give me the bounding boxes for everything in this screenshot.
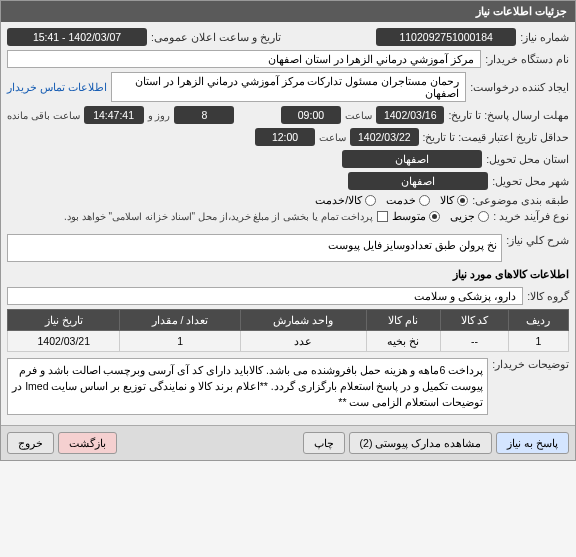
buy-type-label: نوع فرآیند خرید : xyxy=(493,210,569,222)
radio-icon xyxy=(429,211,440,222)
payment-note: پرداخت تمام یا بخشی از مبلغ خرید،از محل … xyxy=(64,211,373,222)
radio-medium[interactable]: متوسط xyxy=(392,210,440,222)
desc-label: شرح کلي نیاز: xyxy=(506,234,569,246)
radio-icon xyxy=(419,195,430,206)
radio-service-label: خدمت xyxy=(386,194,416,206)
days-count: 8 xyxy=(174,106,234,124)
footer-bar: پاسخ به نیاز مشاهده مدارک پیوستی (2) چاپ… xyxy=(1,425,575,460)
radio-partial[interactable]: جزیی xyxy=(450,210,489,222)
td-unit: عدد xyxy=(240,331,366,352)
deadline-time: 09:00 xyxy=(281,106,341,124)
td-date: 1402/03/21 xyxy=(8,331,120,352)
credit-date: 1402/03/22 xyxy=(350,128,419,146)
td-code: -- xyxy=(441,331,508,352)
remain-label: ساعت باقی مانده xyxy=(7,110,80,121)
goods-table: ردیف کد کالا نام کالا واحد شمارش تعداد /… xyxy=(7,309,569,352)
radio-partial-label: جزیی xyxy=(450,210,475,222)
td-qty: 1 xyxy=(120,331,240,352)
th-qty: تعداد / مقدار xyxy=(120,310,240,331)
credit-label: حداقل تاریخ اعتبار قیمت: تا تاریخ: xyxy=(423,131,569,143)
panel-header: جزئیات اطلاعات نیاز xyxy=(1,1,575,22)
radio-icon xyxy=(365,195,376,206)
attachments-button[interactable]: مشاهده مدارک پیوستی (2) xyxy=(349,432,493,454)
category-radio-group: کالا خدمت کالا/خدمت xyxy=(315,194,468,206)
city-label: شهر محل تحویل: xyxy=(492,175,569,187)
radio-goods-label: کالا xyxy=(440,194,454,206)
radio-icon xyxy=(478,211,489,222)
th-code: کد کالا xyxy=(441,310,508,331)
radio-medium-label: متوسط xyxy=(392,210,426,222)
reply-button[interactable]: پاسخ به نیاز xyxy=(496,432,569,454)
buyer-label: نام دستگاه خریدار: xyxy=(485,53,569,65)
time-label-2: ساعت xyxy=(319,132,346,143)
td-row: 1 xyxy=(508,331,568,352)
days-label: روز و xyxy=(148,110,171,121)
requester-value: رحمان مستاجران مسئول تدارکات مرکز آموزشي… xyxy=(111,72,466,102)
radio-goods-service-label: کالا/خدمت xyxy=(315,194,362,206)
radio-goods-service[interactable]: کالا/خدمت xyxy=(315,194,376,206)
goods-section-title: اطلاعات کالاهای مورد نیاز xyxy=(7,268,569,281)
th-unit: واحد شمارش xyxy=(240,310,366,331)
category-label: طبقه بندی موضوعی: xyxy=(472,194,569,206)
goods-group-value: دارو، پزشکی و سلامت xyxy=(7,287,523,305)
province-value: اصفهان xyxy=(342,150,482,168)
time-label-1: ساعت xyxy=(345,110,372,121)
remain-time: 14:47:41 xyxy=(84,106,144,124)
buyer-value: مرکز آموزشي درماني الزهرا در استان اصفها… xyxy=(7,50,481,68)
goods-group-label: گروه کالا: xyxy=(527,290,569,302)
radio-service[interactable]: خدمت xyxy=(386,194,430,206)
desc-value: نخ پرولن طبق تعدادوسایز فایل پیوست xyxy=(7,234,502,262)
announce-value: 1402/03/07 - 15:41 xyxy=(7,28,147,46)
need-number-value: 1102092751000184 xyxy=(376,28,516,46)
announce-label: تاریخ و ساعت اعلان عمومی: xyxy=(151,31,281,43)
buyer-notes-value: پرداخت 6ماهه و هزینه حمل بافروشنده می با… xyxy=(7,358,488,415)
th-name: نام کالا xyxy=(366,310,441,331)
radio-goods[interactable]: کالا xyxy=(440,194,468,206)
table-row[interactable]: 1 -- نخ بخیه عدد 1 1402/03/21 xyxy=(8,331,569,352)
province-label: استان محل تحویل: xyxy=(486,153,569,165)
th-date: تاریخ نیاز xyxy=(8,310,120,331)
deadline-label: مهلت ارسال پاسخ: تا تاریخ: xyxy=(448,109,569,121)
credit-time: 12:00 xyxy=(255,128,315,146)
payment-checkbox[interactable] xyxy=(377,211,388,222)
back-button[interactable]: بازگشت xyxy=(58,432,117,454)
need-number-label: شماره نیاز: xyxy=(520,31,569,43)
city-value: اصفهان xyxy=(348,172,488,190)
exit-button[interactable]: خروج xyxy=(7,432,54,454)
td-name: نخ بخیه xyxy=(366,331,441,352)
contact-link[interactable]: اطلاعات تماس خریدار xyxy=(7,81,107,93)
requester-label: ایجاد کننده درخواست: xyxy=(470,81,569,93)
print-button[interactable]: چاپ xyxy=(303,432,345,454)
radio-icon xyxy=(457,195,468,206)
buy-type-radio-group: جزیی متوسط xyxy=(392,210,489,222)
buyer-notes-label: توضیحات خریدار: xyxy=(492,358,569,370)
th-row: ردیف xyxy=(508,310,568,331)
deadline-date: 1402/03/16 xyxy=(376,106,445,124)
